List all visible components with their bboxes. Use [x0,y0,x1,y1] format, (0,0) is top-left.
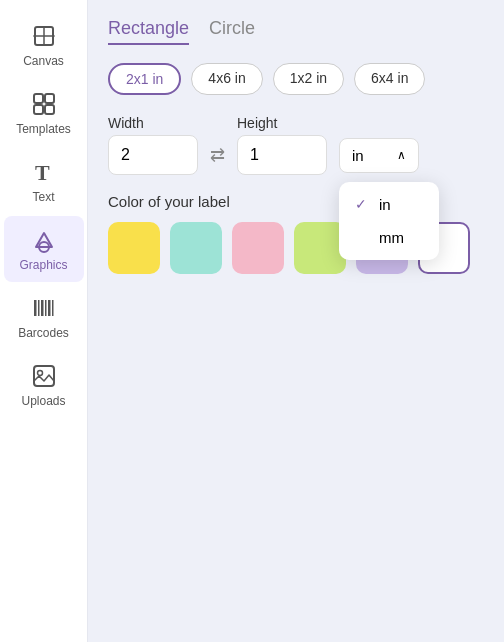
size-preset-4x6[interactable]: 4x6 in [191,63,262,95]
unit-selector-wrap: in ∧ ✓ in ✓ mm [339,138,419,173]
chevron-up-icon: ∧ [397,148,406,162]
canvas-icon [30,22,58,50]
sidebar-item-barcodes-label: Barcodes [18,326,69,340]
width-group: Width [108,115,198,175]
svg-rect-12 [45,300,47,316]
sidebar-item-uploads-label: Uploads [21,394,65,408]
templates-icon [30,90,58,118]
sidebar-item-graphics-label: Graphics [19,258,67,272]
width-input[interactable] [108,135,198,175]
unit-option-mm[interactable]: ✓ mm [339,221,439,254]
svg-rect-6 [45,105,54,114]
unit-dropdown: ✓ in ✓ mm [339,182,439,260]
sidebar-item-barcodes[interactable]: Barcodes [4,284,84,350]
height-group: Height [237,115,327,175]
unit-value: in [352,147,364,164]
unit-selector[interactable]: in ∧ [339,138,419,173]
svg-rect-13 [48,300,51,316]
main-content: Rectangle Circle 2x1 in 4x6 in 1x2 in 6x… [88,0,504,642]
svg-rect-15 [34,366,54,386]
svg-rect-3 [34,94,43,103]
unit-option-mm-label: mm [379,229,404,246]
svg-rect-9 [34,300,37,316]
unit-option-in-label: in [379,196,391,213]
sidebar-item-canvas-label: Canvas [23,54,64,68]
barcodes-icon [30,294,58,322]
check-icon: ✓ [355,196,371,212]
sidebar-item-text[interactable]: T Text [4,148,84,214]
height-label: Height [237,115,327,131]
swap-icon[interactable]: ⇄ [210,144,225,166]
width-label: Width [108,115,198,131]
sidebar-item-canvas[interactable]: Canvas [4,12,84,78]
text-icon: T [30,158,58,186]
sidebar-item-templates-label: Templates [16,122,71,136]
color-swatch-cyan[interactable] [170,222,222,274]
graphics-icon [30,226,58,254]
size-presets: 2x1 in 4x6 in 1x2 in 6x4 in [108,63,484,95]
size-preset-1x2[interactable]: 1x2 in [273,63,344,95]
svg-text:T: T [35,160,50,185]
sidebar-item-templates[interactable]: Templates [4,80,84,146]
unit-option-in[interactable]: ✓ in [339,188,439,221]
svg-rect-5 [34,105,43,114]
tab-circle[interactable]: Circle [209,18,255,45]
color-swatch-yellow[interactable] [108,222,160,274]
sidebar-item-graphics[interactable]: Graphics [4,216,84,282]
svg-rect-4 [45,94,54,103]
size-preset-6x4[interactable]: 6x4 in [354,63,425,95]
tab-rectangle[interactable]: Rectangle [108,18,189,45]
height-input[interactable] [237,135,327,175]
sidebar-item-text-label: Text [32,190,54,204]
svg-point-16 [37,371,42,376]
color-swatch-pink[interactable] [232,222,284,274]
svg-rect-14 [52,300,54,316]
svg-rect-10 [38,300,40,316]
dimensions-row: Width ⇄ Height in ∧ ✓ in ✓ mm [108,115,484,175]
sidebar-item-uploads[interactable]: Uploads [4,352,84,418]
uploads-icon [30,362,58,390]
sidebar: Canvas Templates T Text Graphics [0,0,88,642]
size-preset-2x1[interactable]: 2x1 in [108,63,181,95]
svg-rect-11 [41,300,44,316]
tab-bar: Rectangle Circle [108,18,484,45]
